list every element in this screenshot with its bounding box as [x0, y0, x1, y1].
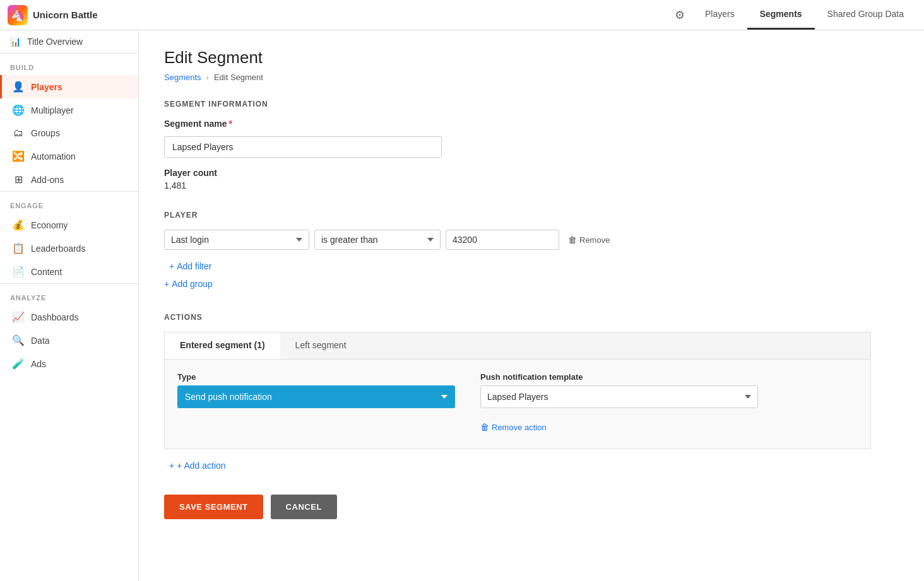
breadcrumb-current: Edit Segment — [214, 73, 263, 82]
tab-left-segment[interactable]: Left segment — [280, 332, 362, 359]
sidebar-label-content: Content — [31, 267, 62, 277]
segment-name-label: Segment name* — [164, 119, 871, 129]
action-field-row: Type Send push notification Grant item S… — [177, 372, 858, 436]
sidebar-label-title-overview: Title Overview — [27, 37, 83, 47]
app-name: Unicorn Battle — [33, 9, 98, 20]
economy-icon: 💰 — [12, 219, 25, 231]
cancel-button[interactable]: CANCEL — [271, 495, 337, 519]
tab-players[interactable]: Players — [692, 0, 747, 30]
sidebar-section-build: BUILD — [0, 54, 138, 75]
actions-container: Entered segment (1) Left segment Type Se… — [164, 332, 871, 449]
sidebar-label-economy: Economy — [31, 220, 68, 230]
gear-icon[interactable]: ⚙ — [675, 8, 685, 22]
sidebar-label-groups: Groups — [31, 128, 60, 138]
player-section-title: PLAYER — [164, 211, 871, 220]
trash-icon: 🗑 — [568, 235, 577, 245]
segment-info-title: SEGMENT INFORMATION — [164, 100, 871, 109]
addons-icon: ⊞ — [12, 173, 25, 185]
tab-shared-group-data[interactable]: Shared Group Data — [815, 0, 916, 30]
main-content: Edit Segment Segments › Edit Segment SEG… — [139, 30, 924, 581]
leaderboards-icon: 📋 — [12, 242, 25, 254]
players-icon: 👤 — [12, 81, 25, 93]
bar-chart-icon: 📊 — [10, 37, 21, 47]
actions-tabs: Entered segment (1) Left segment — [165, 332, 870, 360]
required-star: * — [229, 119, 232, 129]
sidebar-item-title-overview[interactable]: 📊 Title Overview — [0, 30, 138, 53]
sidebar-label-players: Players — [31, 82, 62, 92]
sidebar-label-leaderboards: Leaderboards — [31, 244, 85, 254]
sidebar-item-data[interactable]: 🔍 Data — [0, 329, 138, 352]
filter-row: Last login First login Total value Playe… — [164, 230, 871, 250]
content-icon: 📄 — [12, 266, 25, 278]
add-filter-label: Add filter — [177, 261, 211, 271]
sidebar-item-ads[interactable]: 🧪 Ads — [0, 352, 138, 375]
sidebar-item-multiplayer[interactable]: 🌐 Multiplayer — [0, 98, 138, 122]
tab-entered-segment[interactable]: Entered segment (1) — [165, 332, 280, 359]
bottom-actions: SAVE SEGMENT CANCEL — [164, 495, 871, 519]
app-logo: 🦄 Unicorn Battle — [8, 5, 140, 25]
breadcrumb-link-segments[interactable]: Segments — [164, 73, 201, 82]
sidebar-label-ads: Ads — [31, 359, 46, 369]
sidebar-item-groups[interactable]: 🗂 Groups — [0, 122, 138, 144]
sidebar-item-leaderboards[interactable]: 📋 Leaderboards — [0, 237, 138, 260]
trash-icon-action: 🗑 — [480, 422, 489, 432]
remove-action-label: Remove action — [492, 423, 547, 432]
top-tabs: Players Segments Shared Group Data — [692, 0, 916, 30]
add-group-link[interactable]: + Add group — [164, 275, 871, 293]
push-template-select[interactable]: Lapsed Players Welcome Weekly Reward — [480, 385, 758, 408]
data-icon: 🔍 — [12, 334, 25, 346]
sidebar-section-engage: ENGAGE — [0, 192, 138, 213]
sidebar-label-data: Data — [31, 336, 50, 346]
multiplayer-icon: 🌐 — [12, 104, 25, 116]
breadcrumb-separator: › — [206, 73, 209, 82]
sidebar-item-automation[interactable]: 🔀 Automation — [0, 144, 138, 168]
actions-section: ACTIONS Entered segment (1) Left segment… — [164, 313, 871, 474]
plus-icon-filter: + — [169, 261, 174, 271]
push-template-field-group: Push notification template Lapsed Player… — [480, 372, 758, 436]
add-group-label: Add group — [172, 279, 213, 289]
actions-section-title: ACTIONS — [164, 313, 871, 322]
add-filter-link[interactable]: + Add filter — [169, 257, 871, 275]
filter-value-input[interactable] — [446, 230, 559, 250]
plus-icon-group: + — [164, 279, 169, 289]
sidebar-item-dashboards[interactable]: 📈 Dashboards — [0, 305, 138, 329]
push-template-label: Push notification template — [480, 372, 758, 382]
save-segment-button[interactable]: SAVE SEGMENT — [164, 495, 263, 519]
segment-info-section: SEGMENT INFORMATION Segment name* Player… — [164, 100, 871, 191]
sidebar-label-automation: Automation — [31, 151, 76, 161]
segment-name-input[interactable] — [164, 136, 442, 158]
sidebar-label-dashboards: Dashboards — [31, 312, 79, 322]
type-field-group: Type Send push notification Grant item S… — [177, 372, 455, 408]
add-action-link[interactable]: + + Add action — [169, 457, 871, 474]
filter-condition-select[interactable]: is greater than is less than is equal to… — [314, 230, 441, 250]
sidebar: 📊 Title Overview BUILD 👤 Players 🌐 Multi… — [0, 30, 139, 581]
sidebar-item-players[interactable]: 👤 Players — [0, 75, 138, 98]
filter-field-select[interactable]: Last login First login Total value Playe… — [164, 230, 309, 250]
sidebar-item-addons[interactable]: ⊞ Add-ons — [0, 168, 138, 191]
automation-icon: 🔀 — [12, 150, 25, 162]
sidebar-item-economy[interactable]: 💰 Economy — [0, 213, 138, 237]
breadcrumb: Segments › Edit Segment — [164, 73, 871, 82]
sidebar-section-analyze: ANALYZE — [0, 284, 138, 305]
add-action-label: + Add action — [177, 461, 225, 471]
sidebar-label-addons: Add-ons — [31, 175, 64, 185]
player-section: PLAYER Last login First login Total valu… — [164, 211, 871, 293]
logo-icon: 🦄 — [8, 5, 28, 25]
tab-segments[interactable]: Segments — [747, 0, 815, 30]
type-select[interactable]: Send push notification Grant item Send e… — [177, 385, 455, 408]
type-label: Type — [177, 372, 455, 382]
groups-icon: 🗂 — [12, 127, 25, 139]
remove-action-button[interactable]: 🗑 Remove action — [480, 418, 758, 436]
player-count-label: Player count — [164, 168, 871, 178]
sidebar-item-content[interactable]: 📄 Content — [0, 260, 138, 283]
remove-filter-button[interactable]: 🗑 Remove — [564, 232, 613, 247]
page-title: Edit Segment — [164, 48, 871, 67]
plus-icon-action: + — [169, 461, 174, 471]
dashboards-icon: 📈 — [12, 311, 25, 323]
ads-icon: 🧪 — [12, 358, 25, 370]
action-tab-content: Type Send push notification Grant item S… — [165, 360, 870, 449]
player-count-value: 1,481 — [164, 180, 871, 191]
sidebar-label-multiplayer: Multiplayer — [31, 105, 74, 115]
